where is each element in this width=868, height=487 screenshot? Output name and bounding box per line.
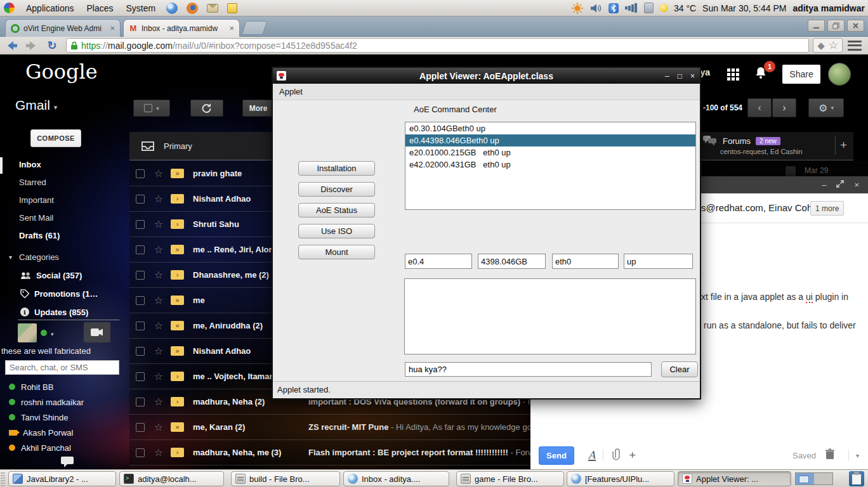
taskbar-item-javalibrary[interactable]: JavaLibrary2 - ... [8, 471, 116, 486]
tab-close-icon[interactable]: × [110, 23, 115, 33]
sidebar-item-sent[interactable]: Sent Mail [19, 211, 53, 224]
star-icon[interactable]: ☆ [153, 244, 164, 256]
attach-file-icon[interactable] [610, 448, 621, 463]
star-icon[interactable]: ☆ [153, 269, 164, 281]
compose-text-line[interactable]: run as a standalone, but fails to delive… [704, 320, 856, 330]
star-icon[interactable]: ☆ [153, 193, 164, 205]
contact-akash[interactable]: Akash Porwal [9, 426, 73, 439]
email-checkbox[interactable] [136, 372, 145, 381]
new-tab-button[interactable] [241, 21, 267, 35]
importance-marker-icon[interactable]: › [171, 219, 184, 229]
mount-button[interactable]: Mount [298, 245, 375, 259]
more-button[interactable]: More [242, 100, 274, 117]
star-icon[interactable]: ☆ [153, 218, 164, 230]
compose-text-line[interactable]: xt file in a java applet as a ui plugin … [701, 292, 848, 302]
list-item[interactable]: e0.30.104GBeth0 up [405, 122, 695, 134]
menu-places[interactable]: Places [81, 0, 120, 16]
sidebar-item-categories[interactable]: ▾Categories [19, 250, 59, 264]
taskbar-item-build[interactable]: build - File Bro... [231, 471, 340, 486]
user-menu[interactable]: aditya mamidwar [792, 3, 865, 13]
newer-page-button[interactable]: ‹ [747, 98, 772, 117]
workspace-1[interactable] [796, 473, 814, 484]
extension-diamond-icon[interactable]: ◆ [817, 40, 825, 51]
device-id-field[interactable] [405, 254, 472, 269]
menu-system[interactable]: System [120, 0, 162, 16]
star-icon[interactable]: ☆ [153, 345, 164, 357]
email-checkbox[interactable] [136, 296, 145, 305]
email-checkbox[interactable] [136, 398, 145, 406]
taskbar-item-game[interactable]: game - File Bro... [456, 471, 564, 486]
star-icon[interactable]: ☆ [153, 320, 164, 332]
tab-ovirt[interactable]: oVirt Engine Web Admi × [5, 19, 121, 37]
applet-menu[interactable]: Applet [273, 87, 303, 96]
contact-rohit[interactable]: Rohit BB [9, 380, 53, 393]
select-all-button[interactable]: ▾ [133, 100, 170, 117]
clock[interactable]: Sun Mar 30, 5:44 PM [702, 3, 786, 13]
reload-button[interactable]: ↻ [43, 38, 61, 53]
sidebar-item-starred[interactable]: Starred [19, 175, 46, 189]
send-button[interactable]: Send [539, 446, 574, 465]
older-page-button[interactable]: › [772, 98, 796, 117]
menu-applications[interactable]: Applications [20, 0, 81, 16]
add-tab-button[interactable]: + [835, 136, 852, 155]
importance-marker-icon[interactable]: » [171, 245, 184, 254]
refresh-button[interactable] [190, 100, 223, 117]
distro-menu-icon[interactable] [4, 3, 15, 13]
window-close-button[interactable] [847, 20, 864, 32]
importance-marker-icon[interactable]: » [171, 169, 184, 178]
compose-close-icon[interactable]: × [854, 180, 859, 190]
email-checkbox[interactable] [136, 271, 145, 280]
installation-button[interactable]: Installation [298, 161, 375, 176]
star-icon[interactable]: ☆ [153, 294, 164, 306]
list-item-selected[interactable]: e0.44398.046GBeth0 up [405, 134, 695, 146]
chromium-launcher-icon[interactable] [166, 3, 178, 14]
clipboard-tray-icon[interactable] [849, 471, 864, 486]
importance-marker-icon[interactable]: » [171, 295, 184, 305]
chat-bubble-icon[interactable] [61, 457, 74, 469]
email-checkbox[interactable] [136, 347, 145, 356]
forward-button[interactable] [23, 38, 41, 53]
gedit-launcher-icon[interactable] [227, 3, 237, 13]
firefox-launcher-icon[interactable] [187, 3, 198, 14]
contact-roshni[interactable]: roshni madkaikar [9, 396, 84, 408]
gmail-app-switcher[interactable]: Gmail ▾ [15, 98, 57, 113]
insert-options-icon[interactable]: + [629, 449, 636, 462]
taskbar-item-terminal[interactable]: aditya@localh... [119, 471, 224, 486]
applet-close-icon[interactable]: × [690, 72, 695, 81]
use-iso-button[interactable]: Use ISO [298, 224, 375, 238]
importance-marker-icon[interactable]: › [171, 397, 184, 406]
discard-draft-icon[interactable] [825, 448, 835, 462]
sidebar-item-important[interactable]: Important [19, 193, 54, 207]
window-minimize-button[interactable] [808, 20, 825, 32]
aoe-status-button[interactable]: AoE Status [298, 203, 375, 218]
taskbar-item-applet-viewer[interactable]: Applet Viewer: ... [678, 471, 791, 486]
importance-marker-icon[interactable]: › [171, 372, 184, 381]
sidebar-item-updates[interactable]: iUpdates (855) [20, 305, 88, 319]
mail-launcher-icon[interactable] [207, 4, 218, 13]
sidebar-item-promotions[interactable]: Promotions (1… [20, 287, 98, 301]
more-recipients-button[interactable]: 1 more [810, 201, 844, 216]
email-checkbox[interactable] [136, 220, 145, 229]
email-checkbox[interactable] [136, 195, 145, 204]
importance-marker-icon[interactable]: » [171, 346, 184, 356]
browser-menu-icon[interactable] [848, 41, 862, 51]
clear-button[interactable]: Clear [661, 361, 698, 377]
message-input[interactable] [405, 362, 652, 377]
brightness-icon[interactable] [571, 2, 584, 15]
tab-close-icon[interactable]: × [229, 23, 234, 33]
importance-marker-icon[interactable]: » [171, 321, 184, 330]
star-icon[interactable]: ☆ [153, 396, 164, 408]
avatar[interactable] [828, 63, 851, 86]
sidebar-item-inbox[interactable]: Inbox [19, 157, 41, 171]
compose-popout-icon[interactable] [836, 180, 844, 190]
discover-button[interactable]: Discover [298, 182, 375, 197]
star-icon[interactable]: ☆ [153, 370, 164, 382]
window-restore-button[interactable] [827, 20, 845, 32]
settings-gear-button[interactable]: ⚙▾ [808, 98, 844, 117]
hangout-video-button[interactable] [84, 322, 110, 342]
back-button[interactable] [3, 38, 20, 53]
size-field[interactable] [478, 254, 546, 269]
list-item[interactable]: e20.01000.215GB eth0 up [405, 146, 695, 159]
tab-inbox[interactable]: M Inbox - aditya.mamidw × [123, 19, 240, 37]
taskbar-item-features[interactable]: [Features/UIPlu... [567, 471, 674, 486]
